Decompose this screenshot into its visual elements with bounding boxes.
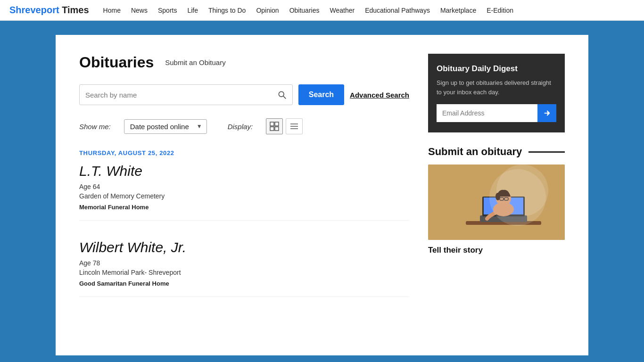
search-icon-button[interactable] (277, 90, 287, 99)
filter-row: Show me: Date posted onlineDate of death… (79, 118, 409, 134)
submit-obit-divider (528, 151, 565, 153)
search-row: Search Advanced Search (79, 84, 409, 105)
svg-point-15 (493, 202, 514, 216)
obit-name[interactable]: L.T. White (79, 163, 409, 179)
svg-rect-2 (270, 122, 274, 126)
nav-link-obituaries[interactable]: Obituaries (289, 7, 320, 14)
navbar: Shreveport Times HomeNewsSportsLifeThing… (0, 0, 644, 21)
digest-email-row (437, 104, 556, 122)
svg-rect-11 (466, 221, 541, 225)
svg-rect-14 (484, 197, 523, 214)
grid-icon (269, 121, 280, 132)
svg-point-17 (495, 193, 500, 200)
logo-times: Times (59, 5, 89, 15)
obit-age: Age 78 (79, 259, 409, 267)
display-buttons (266, 118, 303, 134)
show-me-select[interactable]: Date posted onlineDate of deathAlphabeti… (124, 119, 207, 134)
page-outer: Obituaries Submit an Obituary Search Adv… (0, 21, 644, 362)
tell-story-label: Tell their story (428, 246, 565, 255)
digest-box: Obituary Daily Digest Sign up to get obi… (428, 54, 565, 132)
arrow-right-icon (543, 109, 551, 117)
main-content: Obituaries Submit an Obituary Search Adv… (79, 54, 409, 332)
digest-title: Obituary Daily Digest (437, 64, 556, 74)
nav-link-e-edition[interactable]: E-Edition (487, 7, 513, 14)
obituaries-list: L.T. White Age 64 Garden of Memory Cemet… (79, 163, 409, 297)
search-icon (277, 90, 287, 99)
svg-rect-9 (428, 165, 565, 240)
email-field[interactable] (437, 104, 537, 122)
nav-link-educational-pathways[interactable]: Educational Pathways (365, 7, 430, 14)
svg-rect-3 (275, 122, 279, 126)
submit-obit-sidebar-title: Submit an obituary (428, 146, 522, 158)
search-button[interactable]: Search (298, 84, 344, 105)
logo-shreveport: Shreveport (9, 5, 59, 15)
svg-rect-18 (500, 197, 504, 200)
show-me-select-wrapper: Date posted onlineDate of deathAlphabeti… (124, 119, 207, 134)
digest-submit-button[interactable] (537, 104, 556, 122)
obit-location: Garden of Memory Cemetery (79, 192, 409, 200)
svg-rect-4 (270, 127, 274, 131)
submit-obituary-link[interactable]: Submit an Obituary (165, 58, 225, 66)
obit-funeral-home: Memorial Funeral Home (79, 204, 409, 211)
show-me-label: Show me: (79, 123, 111, 131)
obit-name[interactable]: Wilbert White, Jr. (79, 239, 409, 255)
digest-description: Sign up to get obituaries delivered stra… (437, 78, 556, 97)
svg-rect-5 (275, 127, 279, 131)
date-header: THURSDAY, AUGUST 25, 2022 (79, 149, 409, 156)
nav-links: HomeNewsSportsLifeThings to DoOpinionObi… (103, 7, 513, 14)
svg-point-16 (496, 191, 511, 206)
search-input[interactable] (85, 91, 277, 99)
nav-link-weather[interactable]: Weather (330, 7, 355, 14)
display-list-button[interactable] (286, 118, 303, 134)
svg-rect-19 (504, 197, 508, 200)
submit-obituary-section: Submit an obituary (428, 146, 565, 255)
nav-link-home[interactable]: Home (103, 7, 121, 14)
list-icon (289, 121, 299, 132)
nav-link-opinion[interactable]: Opinion (256, 7, 279, 14)
svg-point-0 (279, 91, 284, 97)
svg-line-1 (283, 96, 286, 99)
table-row: L.T. White Age 64 Garden of Memory Cemet… (79, 163, 409, 221)
nav-link-sports[interactable]: Sports (158, 7, 177, 14)
nav-link-news[interactable]: News (131, 7, 148, 14)
page-title-row: Obituaries Submit an Obituary (79, 54, 409, 71)
display-label: Display: (228, 123, 253, 131)
nav-link-things-to-do[interactable]: Things to Do (208, 7, 246, 14)
submit-obit-image[interactable] (428, 165, 565, 240)
nav-link-marketplace[interactable]: Marketplace (440, 7, 476, 14)
person-laptop-illustration (428, 165, 565, 240)
nav-link-life[interactable]: Life (187, 7, 198, 14)
site-logo[interactable]: Shreveport Times (9, 5, 89, 16)
display-grid-button[interactable] (266, 118, 283, 134)
obit-funeral-home: Good Samaritan Funeral Home (79, 280, 409, 287)
page-title: Obituaries (79, 54, 154, 71)
table-row: Wilbert White, Jr. Age 78 Lincoln Memori… (79, 239, 409, 297)
search-box (79, 84, 293, 105)
obit-location: Lincoln Memorial Park- Shreveport (79, 269, 409, 276)
submit-obit-header: Submit an obituary (428, 146, 565, 158)
sidebar: Obituary Daily Digest Sign up to get obi… (428, 54, 565, 332)
page-inner: Obituaries Submit an Obituary Search Adv… (56, 35, 588, 355)
advanced-search-link[interactable]: Advanced Search (350, 91, 409, 99)
svg-point-10 (496, 165, 548, 216)
obit-age: Age 64 (79, 183, 409, 190)
